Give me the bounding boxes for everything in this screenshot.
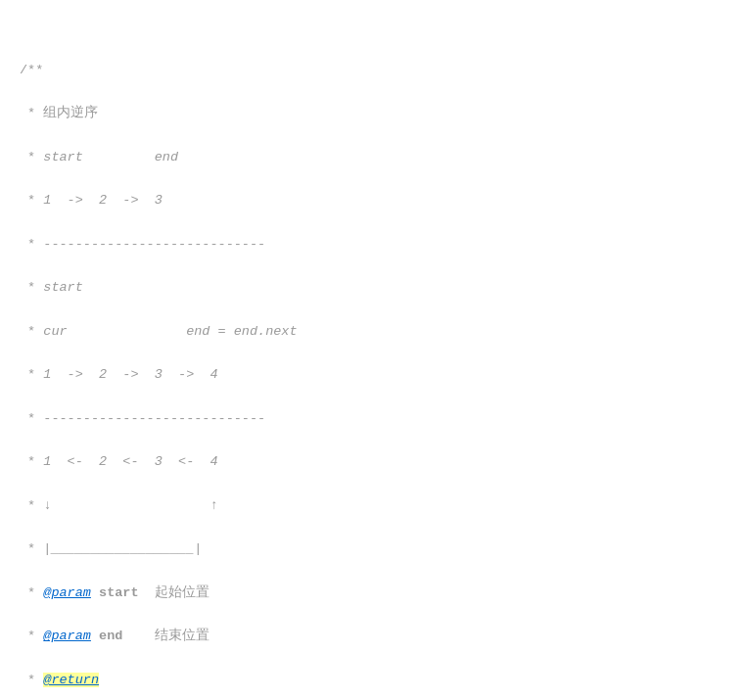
comment-line-8: * 1 -> 2 -> 3 -> 4	[20, 364, 726, 386]
comment-line-3: * start end	[20, 147, 726, 168]
comment-line-15: * @return	[20, 670, 726, 691]
comment-line-2: * 组内逆序	[20, 103, 726, 124]
comment-line-11: * ↓ ↑	[20, 495, 726, 517]
comment-line-10: * 1 <- 2 <- 3 <- 4	[20, 451, 726, 473]
comment-line-13: * @param start 起始位置	[20, 583, 726, 604]
comment-line-12: * |__________________|	[20, 538, 726, 560]
comment-line-4: * 1 -> 2 -> 3	[20, 190, 726, 211]
comment-line-1: /**	[20, 60, 726, 81]
code-block: /** * 组内逆序 * start end * 1 -> 2 -> 3 * -…	[20, 16, 726, 700]
comment-line-5: * ----------------------------	[20, 234, 726, 256]
code-container: /** * 组内逆序 * start end * 1 -> 2 -> 3 * -…	[0, 0, 746, 700]
comment-line-14: * @param end 结束位置	[20, 626, 726, 647]
comment-line-7: * cur end = end.next	[20, 321, 726, 343]
comment-line-9: * ----------------------------	[20, 408, 726, 430]
comment-line-6: * start	[20, 277, 726, 299]
